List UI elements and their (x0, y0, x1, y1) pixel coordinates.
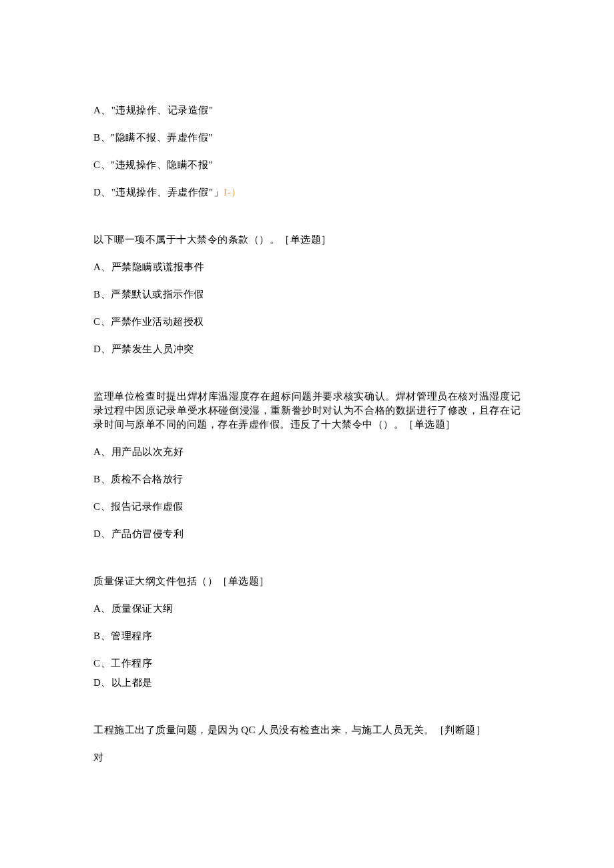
question-3: 监理单位检查时提出焊材库温湿度存在超标问题并要求核实确认。焊材管理员在核对温湿度… (93, 390, 521, 541)
q2-stem: 以下哪一项不属于十大禁令的条款（）。［单选题］ (93, 233, 521, 247)
page: A、"违规操作、记录造假" B、"隐瞒不报、弄虚作假" C、"违规操作、隐瞒不报… (0, 0, 614, 845)
question-4: 质量保证大纲文件包括（）［单选题］ A、质量保证大纲 B、管理程序 C、工作程序… (93, 574, 521, 690)
q1-option-b: B、"隐瞒不报、弄虚作假" (93, 131, 521, 145)
q3-option-c: C、报告记录作虚假 (93, 500, 521, 514)
q3-option-b: B、质检不合格放行 (93, 472, 521, 486)
q4-option-d: D、以上都是 (93, 676, 521, 690)
q4-option-c: C、工作程序 (93, 657, 521, 671)
q4-option-b: B、管理程序 (93, 629, 521, 643)
q2-option-a: A、严禁隐瞒或谎报事件 (93, 260, 521, 274)
q3-option-d: D、产品仿冒侵专利 (93, 527, 521, 541)
q3-option-a: A、用产品以次充好 (93, 445, 521, 459)
q2-option-b: B、严禁默认或指示作假 (93, 288, 521, 302)
question-5: 工程施工出了质量问题，是因为 QC 人员没有检查出来，与施工人员无关。［判断题］… (93, 723, 521, 765)
q5-stem: 工程施工出了质量问题，是因为 QC 人员没有检查出来，与施工人员无关。［判断题］ (93, 723, 521, 737)
q2-option-c: C、严禁作业活动超授权 (93, 315, 521, 329)
q1-option-d-mark: I-） (224, 187, 242, 197)
q4-option-a: A、质量保证大纲 (93, 602, 521, 616)
q3-stem: 监理单位检查时提出焊材库温湿度存在超标问题并要求核实确认。焊材管理员在核对温湿度… (93, 390, 521, 432)
question-2: 以下哪一项不属于十大禁令的条款（）。［单选题］ A、严禁隐瞒或谎报事件 B、严禁… (93, 233, 521, 356)
question-1-options: A、"违规操作、记录造假" B、"隐瞒不报、弄虚作假" C、"违规操作、隐瞒不报… (93, 103, 521, 199)
q5-answer: 对 (93, 751, 521, 765)
q2-option-d: D、严禁发生人员冲突 (93, 342, 521, 356)
q1-option-c: C、"违规操作、隐瞒不报" (93, 158, 521, 172)
q4-stem: 质量保证大纲文件包括（）［单选题］ (93, 574, 521, 588)
q1-option-d-text: D、"违规操作、弄虚作假"」 (93, 187, 224, 197)
q1-option-d: D、"违规操作、弄虚作假"」I-） (93, 185, 521, 199)
q1-option-a: A、"违规操作、记录造假" (93, 103, 521, 117)
